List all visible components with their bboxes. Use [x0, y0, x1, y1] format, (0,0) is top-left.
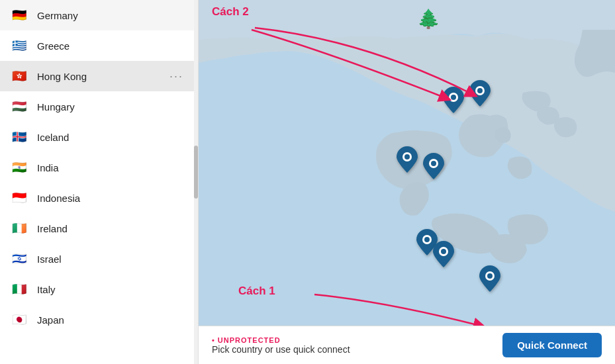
flag-icon-japan: 🇯🇵 — [11, 311, 28, 328]
country-name-germany: Germany — [37, 10, 187, 21]
sidebar-item-hungary[interactable]: 🇭🇺Hungary — [0, 91, 198, 122]
map-pin-6[interactable] — [433, 241, 454, 270]
tree-icon: 🌲 — [417, 8, 440, 30]
map-svg — [199, 0, 615, 364]
sidebar-item-italy[interactable]: 🇮🇹Italy — [0, 274, 198, 304]
flag-icon-germany: 🇩🇪 — [11, 7, 28, 24]
annotation-cach2: Cách 2 — [212, 5, 249, 19]
sidebar-item-japan[interactable]: 🇯🇵Japan — [0, 304, 198, 335]
unprotected-label: •UNPROTECTED — [212, 336, 350, 344]
flag-icon-indonesia: 🇮🇩 — [11, 189, 28, 206]
flag-icon-greece: 🇬🇷 — [11, 37, 28, 54]
map-area: 🌲 Cách 2 Cách 1 •UNPROTECTED Pick countr… — [199, 0, 615, 364]
flag-icon-iceland: 🇮🇸 — [11, 128, 28, 146]
svg-point-5 — [404, 154, 410, 159]
pick-country-text: Pick country or use quick connect — [212, 344, 350, 355]
more-button-hong-kong[interactable]: ··· — [166, 68, 187, 85]
svg-point-11 — [441, 249, 446, 254]
sidebar-item-ireland[interactable]: 🇮🇪Ireland — [0, 213, 198, 244]
sidebar-item-hong-kong[interactable]: 🇭🇰Hong Kong··· — [0, 61, 198, 91]
sidebar-item-germany[interactable]: 🇩🇪Germany — [0, 0, 198, 30]
country-name-hong-kong: Hong Kong — [37, 71, 166, 82]
scrollbar-track[interactable] — [194, 0, 198, 364]
country-name-iceland: Iceland — [37, 132, 187, 143]
country-name-japan: Japan — [37, 314, 187, 326]
status-text: •UNPROTECTED Pick country or use quick c… — [212, 336, 350, 355]
svg-point-9 — [424, 237, 430, 242]
flag-icon-hungary: 🇭🇺 — [11, 98, 28, 115]
svg-point-7 — [431, 161, 436, 166]
country-name-greece: Greece — [37, 40, 187, 52]
svg-point-3 — [477, 88, 483, 93]
sidebar-item-israel[interactable]: 🇮🇱Israel — [0, 244, 198, 274]
country-name-india: India — [37, 162, 187, 173]
country-name-italy: Italy — [37, 284, 187, 295]
sidebar-item-iceland[interactable]: 🇮🇸Iceland — [0, 122, 198, 152]
country-name-ireland: Ireland — [37, 223, 187, 234]
country-name-indonesia: Indonesia — [37, 193, 187, 204]
sidebar-item-india[interactable]: 🇮🇳India — [0, 152, 198, 183]
sidebar-item-greece[interactable]: 🇬🇷Greece — [0, 30, 198, 61]
flag-icon-italy: 🇮🇹 — [11, 281, 28, 298]
country-sidebar: 🇩🇪Germany🇬🇷Greece🇭🇰Hong Kong···🇭🇺Hungary… — [0, 0, 199, 364]
flag-icon-israel: 🇮🇱 — [11, 250, 28, 267]
svg-point-1 — [451, 95, 456, 100]
country-name-israel: Israel — [37, 253, 187, 265]
map-pin-1[interactable] — [443, 87, 464, 116]
bottom-bar: •UNPROTECTED Pick country or use quick c… — [199, 326, 615, 364]
flag-icon-india: 🇮🇳 — [11, 159, 28, 176]
svg-point-13 — [487, 273, 493, 279]
map-pin-3[interactable] — [397, 146, 418, 175]
quick-connect-button[interactable]: Quick Connect — [502, 333, 602, 357]
map-pin-4[interactable] — [423, 153, 444, 182]
country-list: 🇩🇪Germany🇬🇷Greece🇭🇰Hong Kong···🇭🇺Hungary… — [0, 0, 198, 335]
flag-icon-hong-kong: 🇭🇰 — [11, 68, 28, 85]
sidebar-item-indonesia[interactable]: 🇮🇩Indonesia — [0, 183, 198, 213]
scrollbar-thumb[interactable] — [194, 146, 198, 199]
unprotected-dot: • — [212, 336, 215, 344]
flag-icon-ireland: 🇮🇪 — [11, 220, 28, 237]
country-name-hungary: Hungary — [37, 101, 187, 113]
annotation-cach1: Cách 1 — [238, 285, 275, 298]
map-pin-7[interactable] — [479, 265, 500, 295]
map-pin-2[interactable] — [469, 80, 491, 109]
